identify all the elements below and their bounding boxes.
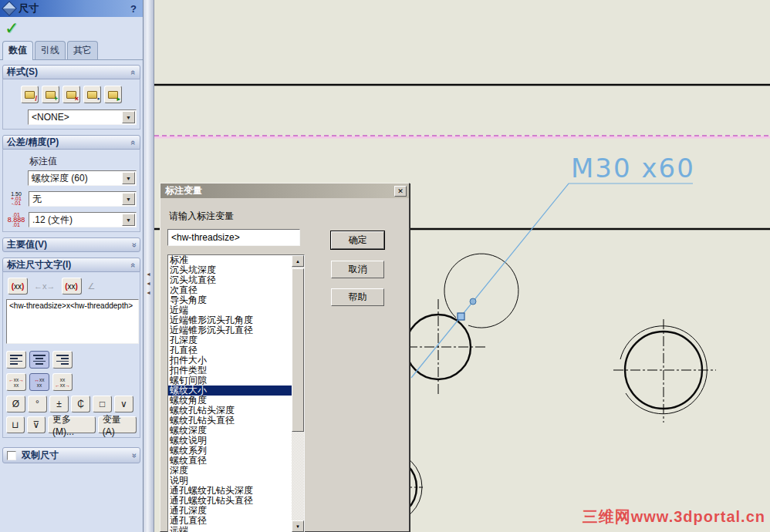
dialog-title: 标注变量 xyxy=(165,184,394,197)
panel-titlebar: 尺寸 ? xyxy=(0,0,143,17)
expand-icon[interactable]: « xyxy=(130,453,137,457)
callout-variables-dialog: 标注变量 ✕ 请输入标注变量 确定 取消 帮助 标准沉头坑深度沉头坑直径次直径导… xyxy=(160,183,410,532)
folder-icon xyxy=(87,91,97,99)
scroll-down-icon[interactable]: ▼ xyxy=(292,520,304,532)
chevron-down-button[interactable]: ∨ xyxy=(114,396,133,412)
property-manager-panel: 尺寸 ? ✓ 数值 引线 其它 样式(S) « / + × ▪ ▸ xyxy=(0,0,144,532)
offset-text-icon: ←x→ xyxy=(34,281,56,291)
precision-icon: .01 8.888 .01 xyxy=(6,213,26,227)
tapped-hole-2[interactable] xyxy=(613,319,716,423)
leader-line xyxy=(411,184,693,378)
inspection-button[interactable]: (xx) xyxy=(62,278,82,295)
panel-title: 尺寸 xyxy=(19,2,124,15)
dual-dimension-header[interactable]: 双制尺寸 « xyxy=(2,447,140,463)
dual-dimension-checkbox[interactable] xyxy=(7,451,16,460)
section-tolerance: 公差/精度(P) « 标注值 螺纹深度 (60) ▼ 1.50 +.01 -.0… xyxy=(2,135,140,232)
chevron-down-icon[interactable]: ▼ xyxy=(122,214,135,226)
expand-icon[interactable]: « xyxy=(130,242,137,247)
variable-input[interactable] xyxy=(167,229,300,246)
callout-text[interactable]: M30 x60 xyxy=(571,153,695,184)
plusminus-symbol-button[interactable]: ± xyxy=(49,396,69,412)
dialog-prompt: 请输入标注变量 xyxy=(169,210,234,223)
parentheses-button[interactable]: (xx) xyxy=(8,278,28,295)
callout-value-dropdown[interactable]: 螺纹深度 (60) ▼ xyxy=(28,170,137,186)
tab-value[interactable]: 数值 xyxy=(2,41,33,60)
list-scrollbar[interactable]: ▲ ▼ xyxy=(292,255,304,532)
angle-text-icon: ∠ xyxy=(88,281,96,291)
section-dimtext-header[interactable]: 标注尺寸文字(I) « xyxy=(2,258,140,272)
tab-leaders[interactable]: 引线 xyxy=(35,41,66,59)
diameter-symbol-button[interactable]: Ø xyxy=(6,396,25,412)
leader-handle[interactable] xyxy=(458,313,464,320)
dimension-icon xyxy=(2,1,17,16)
degree-symbol-button[interactable]: ° xyxy=(28,396,47,412)
ok-button[interactable]: 确定 xyxy=(331,231,384,249)
scroll-up-icon[interactable]: ▲ xyxy=(292,255,304,267)
justify-center-button[interactable]: ↔xxxx xyxy=(29,373,49,391)
watermark: 三维网www.3dportal.cn xyxy=(583,507,765,527)
chevron-down-icon[interactable]: ▼ xyxy=(122,193,135,205)
leader-point[interactable] xyxy=(470,298,476,305)
collapse-arrows-icon[interactable]: ◄◄◄ xyxy=(146,271,151,295)
section-dual-dimension: 双制尺寸 « xyxy=(2,447,140,463)
style-delete-button[interactable]: × xyxy=(62,86,80,103)
tolerance-type-icon: 1.50 +.01 -.01 xyxy=(6,192,26,206)
square-symbol-button[interactable]: □ xyxy=(93,396,112,412)
section-dimension-text: 标注尺寸文字(I) « (xx) ←x→ (xx) ∠ <hw-threadsi… xyxy=(2,258,140,438)
chevron-down-icon[interactable]: ▼ xyxy=(122,111,135,123)
help-icon[interactable]: ? xyxy=(128,3,139,15)
section-primary-header[interactable]: 主要值(V) « xyxy=(2,237,140,252)
tolerance-dropdown[interactable]: 无 ▼ xyxy=(29,191,137,207)
chevron-down-icon[interactable]: ▼ xyxy=(122,172,135,184)
dialog-titlebar[interactable]: 标注变量 ✕ xyxy=(160,184,409,198)
callout-value-label: 标注值 xyxy=(29,155,137,168)
close-icon[interactable]: ✕ xyxy=(394,186,407,197)
section-style-header[interactable]: 样式(S) « xyxy=(2,65,140,79)
collapse-icon[interactable]: « xyxy=(130,69,137,74)
style-dropdown[interactable]: <NONE> ▼ xyxy=(28,109,137,125)
style-add-button[interactable]: + xyxy=(42,86,59,103)
style-load-button[interactable]: ▸ xyxy=(104,86,122,103)
align-left-button[interactable] xyxy=(6,351,26,369)
list-item[interactable]: 远端 xyxy=(168,526,292,532)
hole-callout[interactable]: M30 x60 xyxy=(411,153,695,378)
precision-dropdown[interactable]: .12 (文件) ▼ xyxy=(29,212,137,227)
tab-other[interactable]: 其它 xyxy=(67,41,98,59)
section-style: 样式(S) « / + × ▪ ▸ <NONE> ▼ xyxy=(2,65,140,130)
cancel-button[interactable]: 取消 xyxy=(331,261,384,278)
align-center-button[interactable] xyxy=(29,351,49,369)
depth-symbol-button[interactable]: ⊽ xyxy=(27,416,46,433)
variable-listbox: 标准沉头坑深度沉头坑直径次直径导头角度近端近端锥形沉头孔角度近端锥形沉头孔直径孔… xyxy=(167,254,305,532)
align-right-button[interactable] xyxy=(52,351,73,369)
help-button[interactable]: 帮助 xyxy=(331,288,384,306)
justify-inside-button[interactable]: xx←xx→ xyxy=(52,373,73,391)
centerline-symbol-button[interactable]: ₵ xyxy=(71,396,90,412)
scrollbar-thumb[interactable] xyxy=(292,268,304,432)
counterbore-symbol-button[interactable]: ⊔ xyxy=(6,416,25,433)
justify-outside-button[interactable]: ←xx→xx xyxy=(6,373,26,391)
dimension-text-input[interactable]: <hw-threadsize>x<hw-threaddepth> xyxy=(6,299,139,344)
collapse-icon[interactable]: « xyxy=(130,262,137,267)
style-save-button[interactable]: ▪ xyxy=(83,86,101,103)
more-symbols-button[interactable]: 更多(M)... xyxy=(48,416,96,433)
confirm-check-button[interactable]: ✓ xyxy=(5,21,19,36)
section-tolerance-header[interactable]: 公差/精度(P) « xyxy=(2,135,140,150)
variables-button[interactable]: 变量(A) xyxy=(98,416,137,433)
panel-tabs: 数值 引线 其它 xyxy=(0,40,143,60)
panel-splitter[interactable]: ◄◄◄ xyxy=(144,0,154,532)
folder-icon xyxy=(25,91,35,99)
variable-list: 标准沉头坑深度沉头坑直径次直径导头角度近端近端锥形沉头孔角度近端锥形沉头孔直径孔… xyxy=(168,255,292,532)
section-primary-value: 主要值(V) « xyxy=(2,237,140,252)
style-detach-button[interactable]: / xyxy=(21,86,39,103)
collapse-icon[interactable]: « xyxy=(130,140,137,144)
